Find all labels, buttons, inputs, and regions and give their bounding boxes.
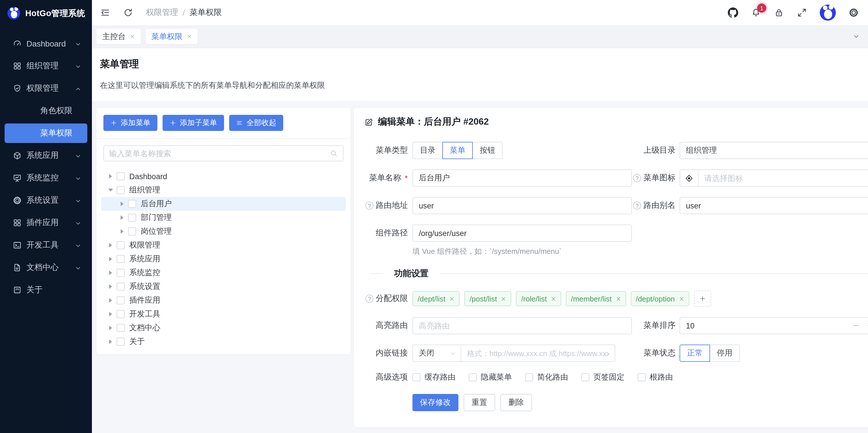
checkbox[interactable] [581, 373, 589, 381]
close-icon[interactable] [551, 296, 556, 301]
checkbox[interactable] [117, 269, 125, 277]
checkbox[interactable] [525, 373, 533, 381]
caret-right-icon[interactable] [121, 202, 124, 206]
sidebar-item-system-monitor[interactable]: 系统监控 [5, 168, 87, 188]
highlight-route-input[interactable] [419, 321, 626, 330]
checkbox-hide-menu[interactable]: 隐藏菜单 [469, 372, 512, 382]
checkbox[interactable] [117, 241, 125, 249]
checkbox[interactable] [128, 227, 136, 236]
lock-screen-icon[interactable] [774, 7, 784, 18]
tree-row[interactable]: 组织管理 [101, 183, 346, 197]
notification-bell-icon[interactable]: 1 [751, 7, 761, 18]
caret-right-icon[interactable] [109, 312, 112, 316]
sidebar-item-role-permission[interactable]: 角色权限 [5, 101, 87, 121]
save-button[interactable]: 保存修改 [412, 394, 458, 411]
caret-right-icon[interactable] [121, 215, 124, 220]
close-icon[interactable] [679, 296, 684, 301]
tree-row[interactable]: 系统监控 [101, 266, 346, 280]
close-icon[interactable] [129, 32, 135, 41]
collapse-sidebar-icon[interactable] [100, 7, 110, 18]
help-icon[interactable] [365, 295, 373, 303]
tree-row[interactable]: 系统应用 [101, 252, 346, 266]
sidebar-item-dev-tools[interactable]: 开发工具 [5, 236, 87, 255]
checkbox-root-route[interactable]: 根路由 [638, 372, 673, 382]
caret-right-icon[interactable] [109, 243, 112, 248]
sidebar-item-system-app[interactable]: 系统应用 [5, 146, 87, 165]
parent-dir-select[interactable]: 组织管理 [680, 142, 868, 159]
caret-right-icon[interactable] [109, 174, 112, 179]
checkbox[interactable] [117, 338, 125, 346]
menu-sort-stepper[interactable]: 10 [680, 317, 868, 334]
checkbox[interactable] [638, 373, 646, 381]
refresh-icon[interactable] [123, 7, 133, 18]
checkbox[interactable] [117, 324, 125, 332]
checkbox[interactable] [117, 282, 125, 290]
component-path-input[interactable] [419, 229, 626, 238]
caret-right-icon[interactable] [109, 326, 112, 330]
tree-row[interactable]: 开发工具 [101, 307, 346, 321]
delete-button[interactable]: 删除 [500, 394, 532, 411]
fullscreen-icon[interactable] [797, 7, 807, 18]
caret-right-icon[interactable] [109, 284, 112, 289]
github-icon[interactable] [728, 7, 738, 18]
menu-type-option-menu[interactable]: 菜单 [442, 142, 473, 159]
plus-icon[interactable] [866, 322, 868, 329]
caret-right-icon[interactable] [109, 339, 112, 344]
tree-row[interactable]: 插件应用 [101, 293, 346, 307]
embed-link-select[interactable]: 关闭 [413, 345, 461, 361]
menu-type-option-dir[interactable]: 目录 [412, 142, 443, 159]
menu-type-option-button[interactable]: 按钮 [472, 142, 503, 159]
checkbox-simplify-route[interactable]: 简化路由 [525, 372, 568, 382]
menu-status-option-normal[interactable]: 正常 [680, 345, 710, 362]
tree-row[interactable]: 关于 [101, 335, 346, 348]
checkbox[interactable] [128, 200, 136, 208]
minus-icon[interactable] [852, 322, 859, 329]
add-menu-button[interactable]: 添加菜单 [103, 115, 157, 131]
collapse-all-button[interactable]: 全部收起 [229, 115, 283, 131]
sidebar-item-system-settings[interactable]: 系统设置 [5, 191, 87, 210]
checkbox[interactable] [117, 186, 125, 194]
checkbox[interactable] [128, 214, 136, 222]
tree-row-selected[interactable]: 后台用户 [101, 197, 346, 211]
menu-status-option-disabled[interactable]: 停用 [709, 345, 740, 362]
breadcrumb-parent[interactable]: 权限管理 [146, 7, 178, 18]
tree-row[interactable]: 部门管理 [101, 211, 346, 224]
tree-row[interactable]: 岗位管理 [101, 224, 346, 238]
checkbox[interactable] [117, 172, 125, 180]
route-alias-input[interactable] [686, 201, 868, 210]
sidebar-item-about[interactable]: 关于 [5, 280, 87, 300]
icon-picker-diamond-icon[interactable] [680, 170, 699, 186]
caret-right-icon[interactable] [109, 257, 112, 261]
sidebar-item-dashboard[interactable]: Dashboard [5, 34, 87, 53]
close-icon[interactable] [616, 296, 621, 301]
help-icon[interactable] [633, 174, 641, 182]
checkbox[interactable] [117, 255, 125, 263]
help-icon[interactable] [365, 202, 373, 210]
sidebar-item-doc-center[interactable]: 文档中心 [5, 258, 87, 277]
settings-gear-icon[interactable] [848, 7, 859, 18]
checkbox[interactable] [469, 373, 477, 381]
embed-link-input[interactable] [461, 349, 615, 358]
tab-options-chevron-icon[interactable] [849, 30, 862, 43]
menu-icon-input[interactable] [699, 174, 868, 182]
add-submenu-button[interactable]: 添加子菜单 [162, 115, 224, 131]
tree-row[interactable]: 权限管理 [101, 238, 346, 252]
caret-right-icon[interactable] [109, 298, 112, 303]
tree-row[interactable]: Dashboard [101, 169, 346, 183]
sidebar-item-plugin-app[interactable]: 插件应用 [5, 213, 87, 233]
menu-name-input[interactable] [419, 174, 626, 182]
sidebar-item-org[interactable]: 组织管理 [5, 56, 87, 76]
checkbox[interactable] [117, 310, 125, 318]
caret-right-icon[interactable] [121, 229, 124, 234]
checkbox[interactable] [412, 373, 421, 381]
menu-search-input[interactable] [103, 145, 343, 161]
help-icon[interactable] [633, 202, 641, 210]
add-permission-button[interactable] [694, 290, 711, 307]
tab-console[interactable]: 主控台 [96, 29, 141, 44]
app-logo[interactable]: HotGo管理系统 [0, 0, 92, 26]
close-icon[interactable] [501, 296, 506, 301]
checkbox-cache-route[interactable]: 缓存路由 [412, 372, 456, 382]
close-icon[interactable] [450, 296, 455, 301]
close-icon[interactable] [186, 32, 192, 41]
tree-row[interactable]: 文档中心 [101, 321, 346, 335]
